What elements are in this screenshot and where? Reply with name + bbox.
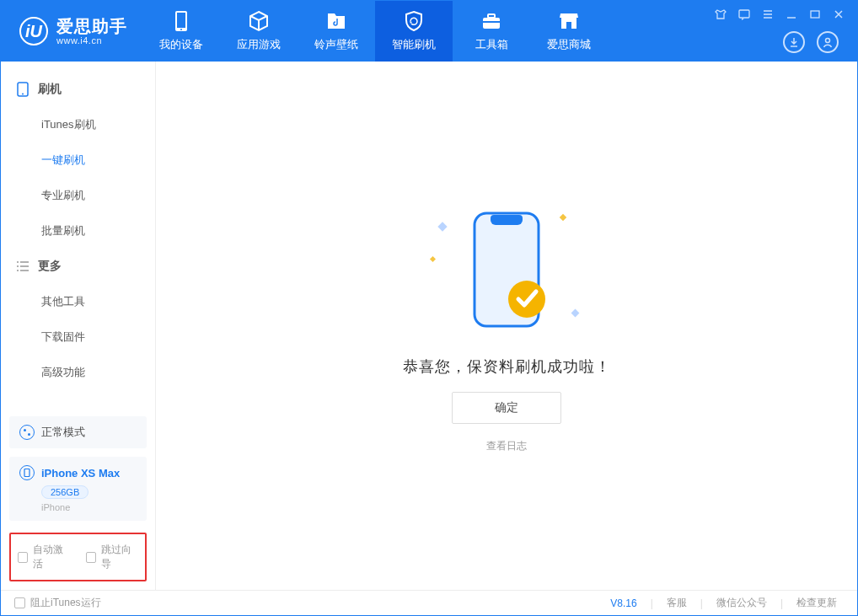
success-message: 恭喜您，保资料刷机成功啦！ [403, 356, 611, 377]
nav-section-label: 刷机 [38, 82, 62, 97]
svg-point-11 [22, 94, 24, 95]
header: iU 爱思助手 www.i4.cn 我的设备 应用游戏 铃声壁纸 智能刷机 [1, 1, 857, 62]
skip-guide-checkbox[interactable]: 跳过向导 [86, 543, 139, 571]
download-icon[interactable] [783, 31, 805, 53]
svg-rect-6 [566, 22, 571, 29]
divider: | [651, 597, 653, 609]
brand-logo-icon: iU [19, 17, 48, 46]
list-icon [16, 260, 29, 273]
footer-right: V8.16 | 客服 | 微信公众号 | 检查更新 [610, 596, 844, 610]
nav-section-more: 更多 [1, 249, 155, 284]
device-panels: 正常模式 iPhone XS Max 256GB iPhone [1, 416, 155, 533]
nav: 刷机 iTunes刷机 一键刷机 专业刷机 批量刷机 更多 其他工具 下载固件 … [1, 62, 155, 416]
phone-outline-icon [16, 83, 29, 96]
checkbox-label: 自动激活 [33, 543, 70, 571]
sidebar: 刷机 iTunes刷机 一键刷机 专业刷机 批量刷机 更多 其他工具 下载固件 … [1, 62, 156, 590]
nav-section-label: 更多 [38, 259, 62, 274]
shield-refresh-icon [403, 10, 425, 32]
nav-item-advanced[interactable]: 高级功能 [1, 355, 155, 390]
brand: iU 爱思助手 www.i4.cn [1, 17, 142, 46]
sparkle-icon [571, 309, 580, 318]
view-log-link[interactable]: 查看日志 [486, 439, 527, 453]
footer-link-update[interactable]: 检查更新 [790, 596, 844, 610]
svg-rect-5 [483, 21, 500, 23]
sparkle-icon [437, 222, 447, 231]
user-icon[interactable] [817, 31, 839, 53]
brand-title: 爱思助手 [56, 17, 127, 35]
device-icon [19, 465, 35, 480]
tab-store[interactable]: 爱思商城 [530, 1, 608, 62]
options-row: 自动激活 跳过向导 [9, 533, 147, 581]
maximize-icon[interactable] [808, 8, 822, 21]
sparkle-icon [560, 214, 566, 221]
tab-my-device[interactable]: 我的设备 [142, 1, 220, 62]
device-name: iPhone XS Max [41, 467, 120, 479]
svg-point-2 [180, 29, 182, 30]
svg-rect-1 [177, 13, 185, 28]
feedback-icon[interactable] [737, 8, 751, 21]
tab-label: 智能刷机 [392, 37, 436, 52]
mode-panel[interactable]: 正常模式 [9, 416, 147, 448]
nav-item-itunes-flash[interactable]: iTunes刷机 [1, 107, 155, 142]
nav-item-other-tools[interactable]: 其他工具 [1, 284, 155, 319]
svg-rect-8 [811, 11, 819, 18]
user-controls [783, 31, 845, 53]
checkbox-label: 阻止iTunes运行 [30, 596, 101, 610]
checkbox-label: 跳过向导 [101, 543, 138, 571]
window-controls [714, 8, 845, 21]
device-type: iPhone [41, 502, 137, 512]
device-panel[interactable]: iPhone XS Max 256GB iPhone [9, 457, 147, 521]
tab-label: 铃声壁纸 [314, 37, 358, 52]
svg-point-12 [24, 429, 26, 431]
svg-rect-3 [483, 18, 500, 29]
nav-item-download-firmware[interactable]: 下载固件 [1, 319, 155, 355]
app-window: iU 爱思助手 www.i4.cn 我的设备 应用游戏 铃声壁纸 智能刷机 [0, 0, 858, 616]
nav-item-batch-flash[interactable]: 批量刷机 [1, 213, 155, 249]
nav-item-pro-flash[interactable]: 专业刷机 [1, 178, 155, 213]
tab-toolbox[interactable]: 工具箱 [453, 1, 530, 62]
music-folder-icon [325, 10, 347, 32]
footer-link-support[interactable]: 客服 [660, 596, 694, 610]
svg-point-9 [826, 39, 830, 43]
block-itunes-checkbox[interactable]: 阻止iTunes运行 [14, 596, 101, 610]
version-label: V8.16 [610, 597, 636, 609]
mode-icon [19, 425, 35, 440]
menu-icon[interactable] [761, 8, 775, 21]
tab-label: 应用游戏 [237, 37, 281, 52]
tab-label: 工具箱 [475, 37, 508, 52]
tab-apps[interactable]: 应用游戏 [220, 1, 298, 62]
svg-point-13 [28, 433, 30, 436]
storage-badge: 256GB [41, 485, 88, 499]
minimize-icon[interactable] [785, 8, 798, 21]
store-icon [558, 10, 580, 32]
main-content: 恭喜您，保资料刷机成功啦！ 确定 查看日志 [156, 62, 857, 590]
divider: | [700, 597, 703, 609]
toolbox-icon [480, 10, 502, 32]
divider: | [780, 597, 783, 609]
tab-label: 我的设备 [159, 37, 203, 52]
nav-item-oneclick-flash[interactable]: 一键刷机 [1, 142, 155, 178]
tab-label: 爱思商城 [547, 37, 591, 52]
body: 刷机 iTunes刷机 一键刷机 专业刷机 批量刷机 更多 其他工具 下载固件 … [1, 62, 857, 590]
checkbox-icon [86, 552, 96, 563]
sparkle-icon [430, 256, 436, 262]
checkbox-icon [18, 552, 28, 563]
auto-activate-checkbox[interactable]: 自动激活 [18, 543, 71, 571]
header-tabs: 我的设备 应用游戏 铃声壁纸 智能刷机 工具箱 爱思商城 [142, 1, 608, 62]
footer-link-wechat[interactable]: 微信公众号 [710, 596, 774, 610]
phone-icon [170, 10, 192, 32]
brand-text: 爱思助手 www.i4.cn [56, 17, 127, 46]
svg-rect-14 [24, 469, 29, 477]
footer: 阻止iTunes运行 V8.16 | 客服 | 微信公众号 | 检查更新 [1, 590, 857, 615]
checkbox-icon [14, 597, 25, 608]
phone-success-icon [464, 206, 549, 333]
shirt-icon[interactable] [714, 8, 727, 21]
cube-icon [248, 10, 270, 32]
tab-flash[interactable]: 智能刷机 [375, 1, 453, 62]
ok-button[interactable]: 确定 [452, 392, 561, 424]
success-illustration [414, 198, 599, 341]
brand-subtitle: www.i4.cn [56, 35, 127, 46]
close-icon[interactable] [832, 8, 845, 21]
tab-ringtones[interactable]: 铃声壁纸 [298, 1, 375, 62]
nav-section-flash: 刷机 [1, 72, 155, 107]
